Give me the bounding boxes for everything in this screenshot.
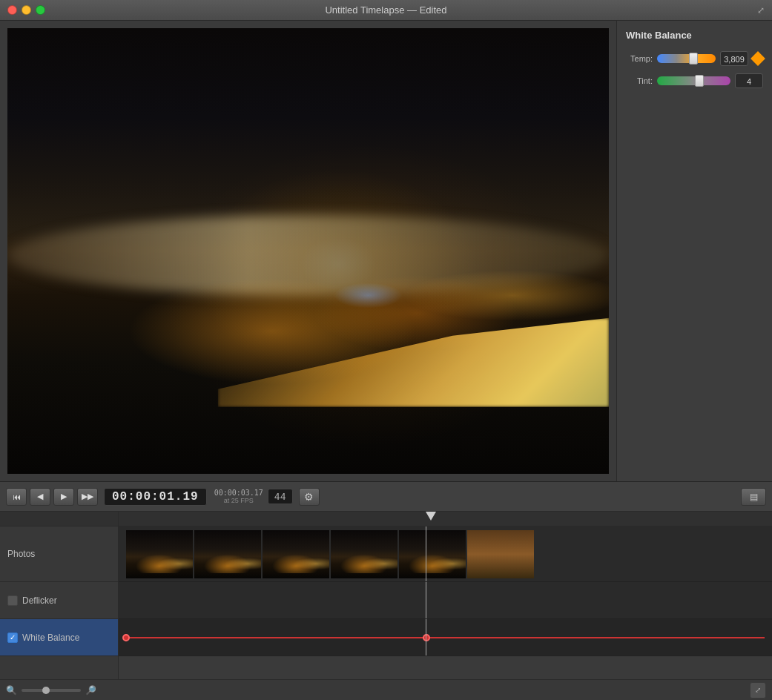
play-button[interactable]: ▶ (53, 488, 74, 506)
temp-slider-thumb[interactable] (689, 53, 698, 65)
step-back-button[interactable]: ◀ (30, 488, 50, 506)
fullscreen-button[interactable]: ⤢ (750, 682, 766, 699)
window-controls[interactable] (7, 5, 45, 15)
fps-label: at 25 FPS (224, 497, 254, 504)
thumbnail-5 (399, 530, 466, 578)
tint-slider[interactable] (657, 76, 730, 85)
tint-control-row: Tint: 4 (626, 73, 763, 88)
minimize-button[interactable] (22, 5, 31, 15)
secondary-timecode: 00:00:03.17 at 25 FPS (214, 489, 263, 504)
window-title: Untitled Timelapse — Edited (325, 4, 446, 16)
playhead-marker (426, 512, 436, 521)
wb-keyframe-middle[interactable] (423, 634, 430, 641)
temp-keyframe-diamond[interactable] (750, 51, 765, 66)
thumb-scene-1 (126, 530, 193, 578)
wb-checkmark: ✓ (10, 633, 16, 641)
wb-keyframe-start[interactable] (122, 634, 130, 641)
thumbnail-2 (194, 530, 261, 578)
wb-label: White Balance (22, 633, 79, 643)
temp-slider[interactable] (657, 54, 716, 63)
ruler-spacer (0, 512, 118, 526)
track-labels: Photos Deflicker ✓ White Balance (0, 512, 119, 679)
timeline-content (119, 512, 772, 679)
zoom-slider[interactable] (22, 689, 81, 692)
step-forward-button[interactable]: ▶▶ (77, 488, 98, 506)
zoom-bar: 🔍 🔎 ⤢ (0, 679, 772, 700)
thumb-scene-4 (331, 530, 397, 578)
tint-label: Tint: (626, 76, 653, 85)
thumb-scene-5 (399, 530, 466, 578)
thumbnail-1 (126, 530, 193, 578)
window-expand-icon[interactable]: ⤢ (757, 5, 765, 16)
playhead-line-deflicker (426, 582, 426, 618)
close-button[interactable] (7, 5, 17, 15)
timeline-area: Photos Deflicker ✓ White Balance (0, 512, 772, 679)
titlebar: Untitled Timelapse — Edited ⤢ (0, 0, 772, 21)
maximize-button[interactable] (36, 5, 45, 15)
photos-track[interactable] (119, 526, 772, 582)
temp-label: Temp: (626, 54, 653, 63)
timeline-ruler (119, 512, 772, 526)
thumbnail-3 (263, 530, 329, 578)
panel-title: White Balance (626, 30, 763, 41)
frame-count-display: 44 (268, 489, 293, 504)
filmstrip-button[interactable]: ▤ (741, 488, 766, 506)
video-preview (7, 28, 609, 474)
wb-checkbox[interactable]: ✓ (7, 633, 18, 643)
settings-button[interactable]: ⚙ (299, 488, 320, 506)
photos-track-label: Photos (0, 526, 118, 582)
video-canvas (7, 28, 609, 474)
right-panel: White Balance Temp: 3,809 Tint: 4 (616, 21, 772, 481)
tint-value[interactable]: 4 (735, 73, 763, 88)
zoom-slider-thumb[interactable] (42, 687, 50, 694)
thumbnail-6 (467, 530, 534, 578)
tint-slider-thumb[interactable] (695, 75, 704, 87)
skip-to-start-button[interactable]: ⏮ (6, 488, 27, 506)
temp-value[interactable]: 3,809 (720, 51, 748, 66)
transport-bar: ⏮ ◀ ▶ ▶▶ 00:00:01.19 00:00:03.17 at 25 F… (0, 482, 772, 512)
video-row: White Balance Temp: 3,809 Tint: 4 (0, 21, 772, 481)
timecode-display: 00:00:01.19 (104, 488, 207, 506)
thumbnail-4 (331, 530, 397, 578)
secondary-time: 00:00:03.17 (214, 489, 263, 497)
bottom-area: ⏮ ◀ ▶ ▶▶ 00:00:01.19 00:00:03.17 at 25 F… (0, 481, 772, 700)
main-container: White Balance Temp: 3,809 Tint: 4 (0, 21, 772, 700)
photos-label: Photos (7, 549, 35, 559)
thumbnail-strip (126, 530, 534, 578)
zoom-in-icon[interactable]: 🔎 (85, 685, 96, 696)
deflicker-checkbox[interactable] (7, 595, 18, 606)
deflicker-label: Deflicker (22, 595, 57, 606)
thumb-scene-3 (263, 530, 329, 578)
wb-track[interactable] (119, 619, 772, 656)
thumb-scene-2 (194, 530, 261, 578)
wb-keyframe-line (126, 637, 765, 638)
zoom-out-icon[interactable]: 🔍 (6, 685, 17, 696)
temp-control-row: Temp: 3,809 (626, 51, 763, 66)
deflicker-track[interactable] (119, 582, 772, 619)
wb-track-label: ✓ White Balance (0, 619, 118, 656)
deflicker-track-label: Deflicker (0, 582, 118, 619)
